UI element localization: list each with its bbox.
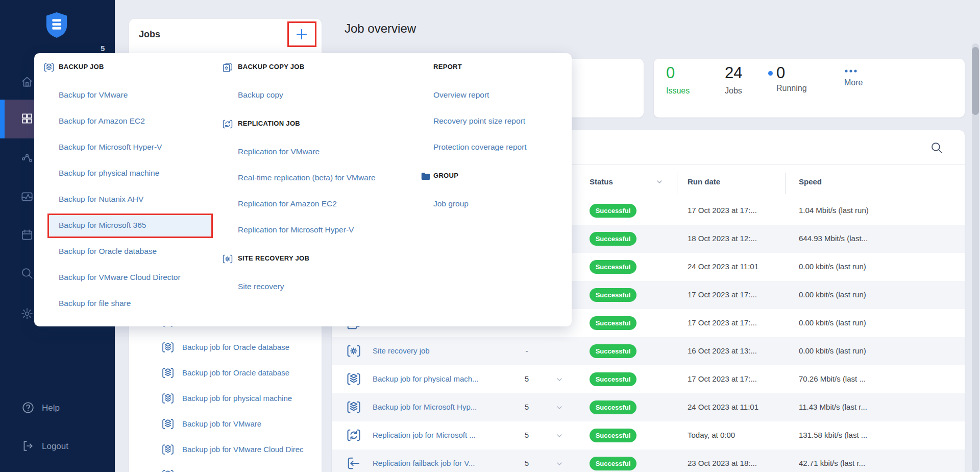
issues-stat[interactable]: 0 Issues [666, 64, 690, 96]
speed-cell: 0.00 kbit/s (last run) [799, 346, 866, 355]
status-badge: Successful [590, 204, 636, 218]
help-icon[interactable] [21, 401, 35, 414]
chevron-down-icon[interactable] [555, 375, 564, 384]
menu-item[interactable]: Replication for Microsoft Hyper-V [238, 225, 354, 234]
table-row[interactable]: Backup job for Microsoft Hyp...5Successf… [332, 393, 965, 421]
running-count: 0 [776, 64, 785, 82]
add-job-button[interactable] [287, 21, 316, 47]
table-row[interactable]: Replication failback job for V...5Succes… [332, 450, 965, 472]
backup-icon [161, 417, 175, 431]
menu-section-header: GROUP [433, 172, 458, 179]
menu-item[interactable]: Backup for Microsoft 365 [59, 221, 146, 230]
table-row[interactable]: Site recovery job-Successful16 Oct 2023 … [332, 337, 965, 365]
status-badge: Successful [590, 372, 636, 386]
site-recovery-icon [222, 253, 233, 265]
status-badge: Successful [590, 429, 636, 442]
job-list-item[interactable]: Backup job for Oracle database [182, 368, 289, 377]
more-button[interactable]: More [844, 68, 863, 87]
chevron-down-icon[interactable] [555, 404, 564, 412]
menu-item[interactable]: Backup for VMware [59, 90, 128, 100]
sidebar-item-home[interactable] [20, 75, 34, 88]
jobs-count: 24 [725, 64, 742, 82]
table-row[interactable]: Replication job for Microsoft ...5Succes… [332, 421, 965, 450]
column-header-status[interactable]: Status [590, 177, 613, 186]
replication-icon [222, 119, 233, 130]
job-name-link[interactable]: Backup job for Microsoft Hyp... [373, 403, 477, 411]
plus-icon [295, 28, 308, 41]
job-object-count: 5 [521, 403, 533, 411]
job-list-item[interactable]: Backup job for Oracle database [182, 343, 289, 351]
menu-item[interactable]: Backup copy [238, 90, 283, 100]
job-list-item[interactable]: Backup job for physical machine [182, 394, 292, 403]
chevron-down-icon[interactable] [655, 178, 664, 186]
job-summary-card: 0 Issues 24 Jobs 0 Running More [654, 59, 965, 117]
chevron-down-icon[interactable] [555, 432, 564, 440]
status-badge: Successful [590, 288, 636, 302]
speed-cell: 131.58 kbit/s (last ... [799, 431, 867, 439]
speed-cell: 42.71 kbit/s (last r... [799, 459, 865, 467]
page-title: Job overview [345, 21, 416, 36]
logout-icon[interactable] [21, 439, 35, 453]
sidebar-item-settings[interactable] [20, 307, 34, 320]
job-name-link[interactable]: Site recovery job [373, 346, 430, 355]
menu-item[interactable]: Backup for Microsoft Hyper-V [59, 143, 162, 152]
menu-item[interactable]: Replication for VMware [238, 147, 320, 156]
app-logo-shield-icon[interactable] [45, 11, 68, 39]
menu-item[interactable]: Overview report [433, 90, 489, 100]
job-name-link[interactable]: Replication job for Microsoft ... [373, 431, 476, 439]
vertical-scrollbar-thumb[interactable] [972, 47, 979, 115]
menu-item[interactable]: Protection coverage report [433, 143, 527, 152]
job-list-item[interactable]: Backup job for VMware [182, 419, 261, 428]
sidebar-item-calendar[interactable] [20, 228, 34, 242]
sidebar-item-activity[interactable] [20, 152, 34, 165]
backup-icon [161, 468, 175, 472]
logout-button[interactable]: Logout [42, 441, 68, 452]
menu-item[interactable]: Job group [433, 199, 469, 208]
menu-item[interactable]: Replication for Amazon EC2 [238, 199, 337, 208]
run-date-cell: 18 Oct 2023 at 12:... [688, 234, 757, 243]
sidebar-item-monitoring[interactable] [20, 190, 34, 203]
table-row[interactable]: Backup job for physical mach...5Successf… [332, 365, 965, 393]
menu-section-header: REPORT [433, 63, 462, 70]
menu-item[interactable]: Backup for VMware Cloud Director [59, 273, 181, 282]
column-header-speed[interactable]: Speed [799, 177, 822, 186]
run-date-cell: 17 Oct 2023 at 17:... [688, 290, 757, 299]
status-badge: Successful [590, 232, 636, 246]
run-date-cell: 17 Oct 2023 at 17:... [688, 374, 757, 383]
job-name-link[interactable]: Replication failback job for V... [373, 459, 475, 467]
run-date-cell: 24 Oct 2023 at 11:01 [688, 403, 758, 411]
status-badge: Successful [590, 260, 636, 274]
backup-icon [346, 399, 361, 415]
run-date-cell: 24 Oct 2023 at 11:01 [688, 262, 758, 271]
column-header-run-date[interactable]: Run date [688, 177, 720, 186]
chevron-down-icon[interactable] [555, 460, 564, 468]
speed-cell: 1.04 Mbit/s (last run) [799, 206, 869, 215]
failback-icon [346, 456, 361, 471]
menu-item[interactable]: Backup for Amazon EC2 [59, 116, 145, 126]
backup-icon [161, 443, 175, 456]
issues-label: Issues [666, 86, 690, 96]
job-name-link[interactable]: Backup job for physical mach... [373, 374, 479, 383]
job-object-count: 5 [521, 459, 533, 467]
menu-item[interactable]: Backup for Nutanix AHV [59, 195, 143, 204]
job-list-item[interactable]: Backup job for VMware Cloud Direc [182, 445, 304, 454]
jobs-panel-title: Jobs [139, 29, 160, 40]
sidebar-item-search[interactable] [20, 267, 34, 280]
running-stat[interactable]: 0 Running [768, 64, 807, 93]
help-button[interactable]: Help [42, 403, 60, 413]
menu-item[interactable]: Real-time replication (beta) for VMware [238, 173, 376, 182]
menu-item[interactable]: Recovery point size report [433, 116, 525, 126]
menu-item[interactable]: Backup for file share [59, 299, 131, 308]
running-dot-icon [768, 71, 773, 76]
menu-item[interactable]: Backup for physical machine [59, 169, 159, 178]
sidebar-item-dashboard[interactable] [20, 112, 34, 125]
search-icon[interactable] [930, 141, 943, 154]
more-label: More [844, 78, 863, 87]
backup-icon [161, 392, 175, 405]
backup-icon [346, 371, 361, 387]
jobs-stat[interactable]: 24 Jobs [725, 64, 742, 96]
menu-item[interactable]: Site recovery [238, 282, 284, 291]
menu-section-header: BACKUP JOB [59, 63, 104, 70]
speed-cell: 70.26 Mbit/s (last ... [799, 374, 866, 383]
menu-item[interactable]: Backup for Oracle database [59, 247, 157, 256]
